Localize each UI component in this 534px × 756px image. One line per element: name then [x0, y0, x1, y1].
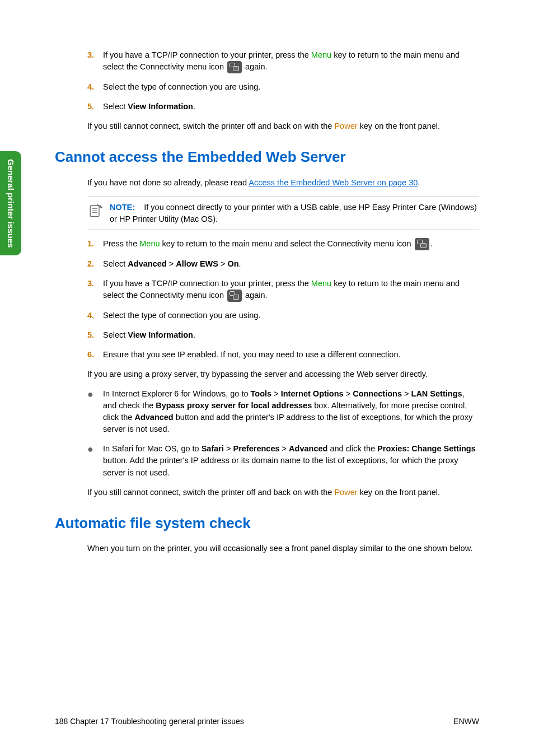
ews-step-4-num: 4.: [87, 310, 103, 321]
footer-right: ENWW: [453, 716, 479, 727]
ews-step-3-num: 3.: [87, 278, 103, 290]
ews-step-3: If you have a TCP/IP connection to your …: [103, 278, 479, 302]
step-4-text: Select the type of connection you are us…: [103, 81, 260, 93]
ews-step-1: Press the Menu key to return to the main…: [103, 238, 433, 250]
bullet-safari: In Safari for Mac OS, go to Safari > Pre…: [103, 443, 479, 478]
heading-afs: Automatic file system check: [55, 513, 479, 534]
ews-step-6-num: 6.: [87, 349, 103, 361]
step-number-4: 4.: [87, 81, 103, 93]
step-number-5: 5.: [87, 101, 103, 113]
step-number-3: 3.: [87, 49, 103, 61]
ews-step-1-num: 1.: [87, 238, 103, 250]
bullet-icon: ●: [87, 388, 103, 435]
ews-intro: If you have not done so already, please …: [87, 177, 479, 189]
proxy-intro: If you are using a proxy server, try byp…: [87, 368, 479, 380]
ews-step-6: Ensure that you see IP enabled. If not, …: [103, 349, 401, 361]
ews-closing: If you still cannot connect, switch the …: [87, 487, 479, 498]
afs-p1: When you turn on the printer, you will o…: [87, 543, 479, 554]
note-label: NOTE:: [110, 203, 135, 212]
connectivity-icon: [227, 290, 242, 302]
menu-key-label: Menu: [139, 239, 160, 248]
top-closing: If you still cannot connect, switch the …: [87, 120, 479, 132]
ews-step-2-num: 2.: [87, 258, 103, 270]
ews-link[interactable]: Access the Embedded Web Server on page 3…: [249, 178, 418, 187]
side-tab-label: General printer issues: [6, 159, 16, 248]
power-key-label: Power: [334, 122, 357, 130]
ews-step-4: Select the type of connection you are us…: [103, 310, 260, 321]
side-tab: General printer issues: [0, 151, 21, 255]
note-box: NOTE: If you connect directly to your pr…: [87, 197, 479, 230]
ews-step-5-num: 5.: [87, 329, 103, 341]
page-footer: 188 Chapter 17 Troubleshooting general p…: [55, 716, 479, 727]
step-5-text: Select View Information.: [103, 101, 195, 113]
ews-step-5: Select View Information.: [103, 329, 195, 341]
menu-key-label: Menu: [311, 50, 331, 59]
menu-key-label: Menu: [311, 279, 331, 288]
ews-section: If you have not done so already, please …: [87, 177, 479, 498]
connectivity-icon: [227, 61, 242, 73]
afs-section: When you turn on the printer, you will o…: [87, 543, 479, 554]
top-steps: 3. If you have a TCP/IP connection to yo…: [87, 49, 479, 132]
note-icon: [87, 203, 103, 218]
note-content: NOTE: If you connect directly to your pr…: [110, 202, 479, 225]
power-key-label: Power: [334, 488, 357, 497]
note-text: If you connect directly to your printer …: [110, 203, 477, 223]
page-content: 3. If you have a TCP/IP connection to yo…: [0, 0, 534, 554]
footer-left: 188 Chapter 17 Troubleshooting general p…: [55, 716, 244, 727]
bullet-icon: ●: [87, 443, 103, 478]
heading-ews: Cannot access the Embedded Web Server: [55, 147, 479, 168]
bullet-ie: In Internet Explorer 6 for Windows, go t…: [103, 388, 479, 435]
svg-rect-0: [90, 206, 99, 216]
ews-step-2: Select Advanced > Allow EWS > On.: [103, 258, 241, 270]
connectivity-icon: [415, 238, 429, 250]
step-3-text: If you have a TCP/IP connection to your …: [103, 49, 479, 73]
